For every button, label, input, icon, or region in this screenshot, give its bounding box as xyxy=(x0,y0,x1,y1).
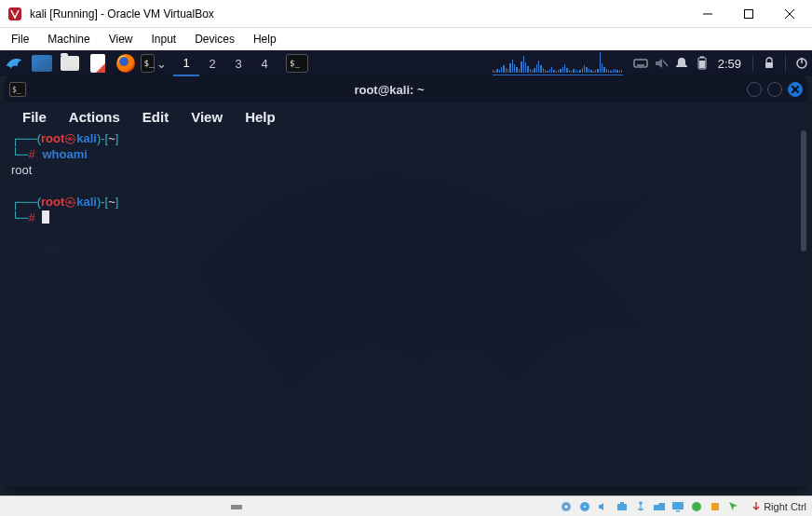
vbox-menu-devices[interactable]: Devices xyxy=(187,31,242,48)
vbox-menu-file[interactable]: File xyxy=(4,31,36,48)
keyboard-icon[interactable] xyxy=(630,53,651,74)
svg-rect-22 xyxy=(617,504,627,510)
host-key-indicator[interactable]: Right Ctrl xyxy=(745,501,806,512)
sb-shared-folders-icon[interactable] xyxy=(652,499,667,514)
vbox-menu-help[interactable]: Help xyxy=(246,31,284,48)
vbox-menu-machine[interactable]: Machine xyxy=(40,31,97,48)
svg-point-26 xyxy=(692,502,701,511)
lock-icon[interactable] xyxy=(759,53,779,74)
terminal-close-button[interactable] xyxy=(788,82,803,97)
kali-panel: $_⌄ 1 2 3 4 $_ 2:59 xyxy=(0,50,812,76)
svg-rect-17 xyxy=(231,505,242,509)
panel-clock[interactable]: 2:59 xyxy=(712,57,747,71)
svg-rect-25 xyxy=(676,510,680,512)
sb-display-icon[interactable] xyxy=(670,499,685,514)
minimize-button[interactable] xyxy=(687,0,728,28)
battery-icon[interactable] xyxy=(692,53,712,74)
term-menu-actions[interactable]: Actions xyxy=(60,107,129,127)
sb-cpu-icon[interactable] xyxy=(708,499,723,514)
sb-harddisk-icon[interactable] xyxy=(559,499,574,514)
volume-muted-icon[interactable] xyxy=(651,53,671,74)
term-menu-view[interactable]: View xyxy=(182,107,232,127)
workspace-3[interactable]: 3 xyxy=(225,50,251,76)
workspace-1[interactable]: 1 xyxy=(173,50,199,76)
svg-line-8 xyxy=(663,61,668,66)
term-menu-edit[interactable]: Edit xyxy=(133,107,178,127)
sb-optical-icon[interactable] xyxy=(577,499,592,514)
terminal-minimize-button[interactable] xyxy=(747,82,762,97)
svg-point-19 xyxy=(565,505,568,508)
vbox-window-title: kali [Running] - Oracle VM VirtualBox xyxy=(30,7,687,20)
virtualbox-icon xyxy=(7,7,22,21)
vbox-menubar: File Machine View Input Devices Help xyxy=(0,28,812,50)
vbox-statusbar: Right Ctrl xyxy=(0,496,812,516)
sb-network-icon[interactable] xyxy=(615,499,629,514)
notifications-icon[interactable] xyxy=(671,53,692,74)
terminal-launcher-icon[interactable]: $_⌄ xyxy=(142,51,166,75)
svg-rect-11 xyxy=(699,61,705,68)
terminal-scrollbar[interactable] xyxy=(801,130,806,251)
maximize-button[interactable] xyxy=(728,0,769,28)
guest-display: File System Home $_⌄ 1 2 3 4 $_ 2:59 xyxy=(0,50,812,496)
terminal-body[interactable]: ┌──(root㉿kali)-[~] └─# whoami root ┌──(r… xyxy=(11,130,801,479)
vbox-menu-input[interactable]: Input xyxy=(144,31,184,48)
terminal-maximize-button[interactable] xyxy=(767,82,782,97)
terminal-window: $_ root@kali: ~ File Actions Edit View H… xyxy=(4,76,808,486)
file-manager-icon[interactable] xyxy=(58,51,82,75)
svg-rect-10 xyxy=(700,57,704,59)
terminal-app-icon: $_ xyxy=(9,82,26,97)
vbox-titlebar: kali [Running] - Oracle VM VirtualBox xyxy=(0,0,812,28)
storage-indicator-icon xyxy=(229,499,244,514)
sb-mouse-integration-icon[interactable] xyxy=(726,499,741,514)
vbox-menu-view[interactable]: View xyxy=(102,31,141,48)
terminal-title: root@kali: ~ xyxy=(32,83,747,97)
terminal-cursor xyxy=(42,210,49,224)
svg-rect-27 xyxy=(711,503,719,510)
power-icon[interactable] xyxy=(792,53,812,74)
term-menu-help[interactable]: Help xyxy=(236,107,285,127)
terminal-menubar: File Actions Edit View Help xyxy=(4,102,808,130)
workspace-2[interactable]: 2 xyxy=(199,50,225,76)
host-key-label: Right Ctrl xyxy=(764,501,806,512)
firefox-icon[interactable] xyxy=(114,51,138,75)
sb-audio-icon[interactable] xyxy=(596,499,611,514)
svg-rect-23 xyxy=(620,502,624,504)
arrow-down-icon xyxy=(751,501,762,512)
close-button[interactable] xyxy=(769,0,810,28)
kali-menu-icon[interactable] xyxy=(2,51,26,75)
svg-rect-24 xyxy=(672,502,683,509)
show-desktop-icon[interactable] xyxy=(30,51,54,75)
taskbar-terminal-window[interactable]: $_ xyxy=(285,51,309,75)
svg-rect-12 xyxy=(765,62,773,68)
term-menu-file[interactable]: File xyxy=(13,107,56,127)
chevron-down-icon: ⌄ xyxy=(156,57,167,71)
svg-rect-6 xyxy=(634,60,647,67)
svg-rect-2 xyxy=(745,9,753,18)
svg-point-21 xyxy=(584,506,586,508)
sb-usb-icon[interactable] xyxy=(633,499,648,514)
cpu-graph-icon[interactable] xyxy=(493,51,623,75)
workspace-4[interactable]: 4 xyxy=(251,50,277,76)
text-editor-icon[interactable] xyxy=(86,51,110,75)
sb-recording-icon[interactable] xyxy=(689,499,704,514)
terminal-titlebar[interactable]: $_ root@kali: ~ xyxy=(4,76,808,102)
